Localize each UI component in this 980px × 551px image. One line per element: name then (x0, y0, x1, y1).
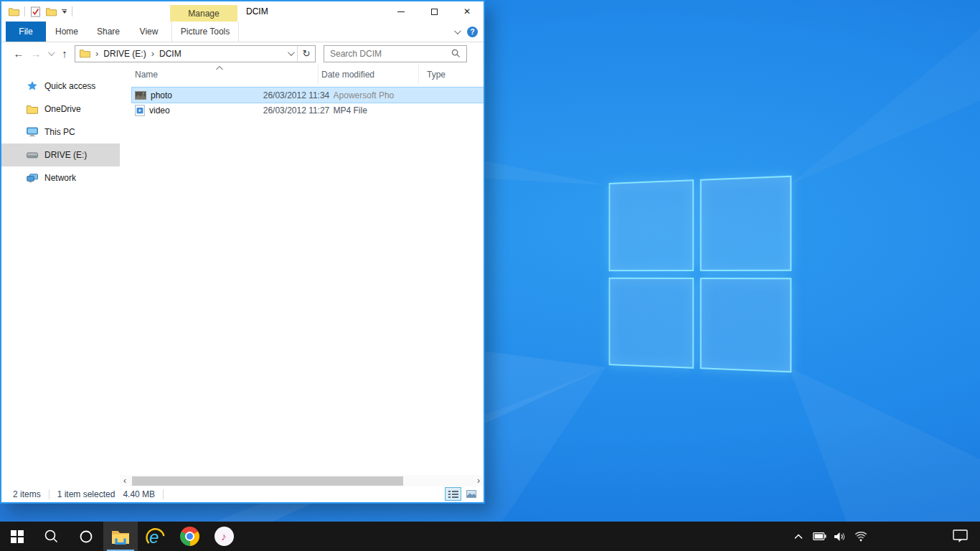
forward-button[interactable]: → (27, 47, 44, 60)
breadcrumb-separator: › (95, 48, 98, 59)
file-list-pane: Name Date modified Type photo 26/03/2012… (120, 65, 484, 486)
sidebar-item-label: OneDrive (44, 104, 81, 114)
breadcrumb-separator: › (151, 48, 154, 59)
chrome-button[interactable] (172, 522, 207, 551)
expand-ribbon-icon[interactable] (454, 27, 461, 34)
window-title: DCIM (246, 1, 268, 22)
wifi-indicator[interactable] (852, 522, 870, 551)
properties-icon[interactable] (30, 6, 41, 17)
file-explorer-window: Manage DCIM ✕ File Home Share View Pictu… (0, 0, 485, 504)
wifi-icon (854, 532, 867, 542)
file-date-modified: 26/03/2012 11:34 (263, 90, 334, 100)
photo-thumbnail-icon (135, 91, 146, 100)
address-bar[interactable]: › DRIVE (E:) › DCIM ↻ (75, 45, 316, 62)
selection-size: 4.40 MB (123, 489, 155, 499)
windows-logo-pane (609, 277, 694, 368)
help-icon[interactable]: ? (467, 27, 478, 37)
file-type: MP4 File (334, 105, 484, 116)
view-toggles (445, 487, 479, 501)
search-icon (451, 49, 461, 58)
internet-explorer-icon: e (144, 526, 166, 547)
search-box[interactable] (324, 45, 467, 62)
sidebar-item-label: DRIVE (E:) (44, 150, 87, 160)
taskbar-file-explorer-button[interactable] (103, 522, 138, 551)
tab-file[interactable]: File (6, 22, 46, 42)
sidebar-item-onedrive[interactable]: OneDrive (1, 98, 120, 121)
large-icons-view-icon (466, 490, 476, 498)
breadcrumb-drive[interactable]: DRIVE (E:) (103, 49, 146, 59)
recent-locations-icon[interactable] (44, 51, 56, 56)
folder-icon (27, 105, 38, 114)
details-view-button[interactable] (445, 487, 461, 501)
start-button[interactable] (0, 522, 34, 551)
toolbar-separator (24, 6, 25, 17)
horizontal-scrollbar[interactable]: ‹ › (120, 475, 484, 486)
up-button[interactable]: ↑ (56, 47, 73, 60)
minimize-icon (397, 11, 405, 12)
svg-text:e: e (149, 527, 159, 547)
star-icon (27, 80, 38, 92)
windows-logo-pane (699, 176, 791, 271)
ribbon-controls: ? (454, 22, 478, 42)
windows-logo-pane (609, 179, 694, 270)
sidebar-item-drive-e[interactable]: DRIVE (E:) (1, 143, 120, 166)
tab-home[interactable]: Home (46, 22, 88, 42)
windows-logo (609, 176, 792, 373)
cortana-icon (78, 529, 94, 545)
status-divider (49, 489, 50, 499)
contextual-group-manage[interactable]: Manage (170, 5, 237, 22)
chevron-up-icon (793, 532, 804, 541)
tab-picture-tools[interactable]: Picture Tools (171, 22, 239, 42)
address-dropdown-icon[interactable] (283, 51, 297, 56)
column-header-type[interactable]: Type (419, 65, 484, 84)
scroll-left-icon[interactable]: ‹ (120, 475, 130, 486)
maximize-icon (431, 9, 438, 15)
itunes-icon: ♪ (215, 527, 234, 546)
tray-expand-button[interactable] (789, 522, 808, 551)
maximize-button[interactable] (418, 1, 451, 22)
itunes-button[interactable]: ♪ (207, 522, 241, 551)
tab-view[interactable]: View (129, 22, 169, 42)
column-headers: Name Date modified Type (120, 65, 484, 84)
breadcrumb-dcim[interactable]: DCIM (159, 49, 182, 59)
items-count: 2 items (13, 489, 41, 499)
file-rows: photo 26/03/2012 11:34 Apowersoft Pho vi… (120, 88, 484, 118)
search-input[interactable] (330, 49, 451, 59)
new-folder-icon[interactable] (46, 7, 57, 17)
scroll-right-icon[interactable]: › (473, 475, 484, 486)
file-row-photo[interactable]: photo 26/03/2012 11:34 Apowersoft Pho (132, 88, 484, 103)
close-icon: ✕ (463, 6, 471, 17)
sidebar-item-network[interactable]: Network (1, 166, 120, 189)
sidebar-item-label: Network (44, 173, 76, 183)
large-icons-view-button[interactable] (463, 487, 479, 501)
internet-explorer-button[interactable]: e (138, 522, 172, 551)
drive-icon (27, 152, 38, 159)
status-bar: 2 items 1 item selected 4.40 MB (1, 486, 484, 502)
file-type: Apowersoft Pho (334, 90, 484, 100)
column-header-date-modified[interactable]: Date modified (319, 65, 419, 84)
volume-indicator[interactable] (831, 522, 849, 551)
action-center-button[interactable] (946, 522, 974, 551)
refresh-icon[interactable]: ↻ (298, 48, 315, 59)
scrollbar-thumb[interactable] (132, 476, 403, 486)
explorer-content: Quick access OneDrive This PC DRIVE (E:)… (1, 65, 484, 486)
tab-share[interactable]: Share (88, 22, 129, 42)
sidebar-item-this-pc[interactable]: This PC (1, 121, 120, 143)
back-button[interactable]: ← (10, 47, 27, 60)
minimize-button[interactable] (385, 1, 418, 22)
monitor-icon (27, 127, 38, 137)
action-center-icon (953, 529, 968, 543)
ribbon-tab-row: File Home Share View Picture Tools ? (1, 22, 484, 42)
sort-ascending-icon (215, 65, 224, 70)
sidebar-item-quick-access[interactable]: Quick access (1, 75, 120, 98)
file-row-video[interactable]: video 26/03/2012 11:27 MP4 File (132, 103, 484, 118)
network-icon (27, 174, 38, 183)
taskbar-search-button[interactable] (34, 522, 69, 551)
status-divider (163, 489, 164, 499)
navigation-bar: ← → ↑ › DRIVE (E:) › DCIM ↻ (1, 42, 484, 65)
battery-indicator[interactable] (810, 522, 829, 551)
close-button[interactable]: ✕ (451, 1, 484, 22)
cortana-button[interactable] (69, 522, 103, 551)
search-icon (44, 529, 60, 545)
customize-toolbar-dropdown-icon[interactable] (62, 9, 67, 14)
